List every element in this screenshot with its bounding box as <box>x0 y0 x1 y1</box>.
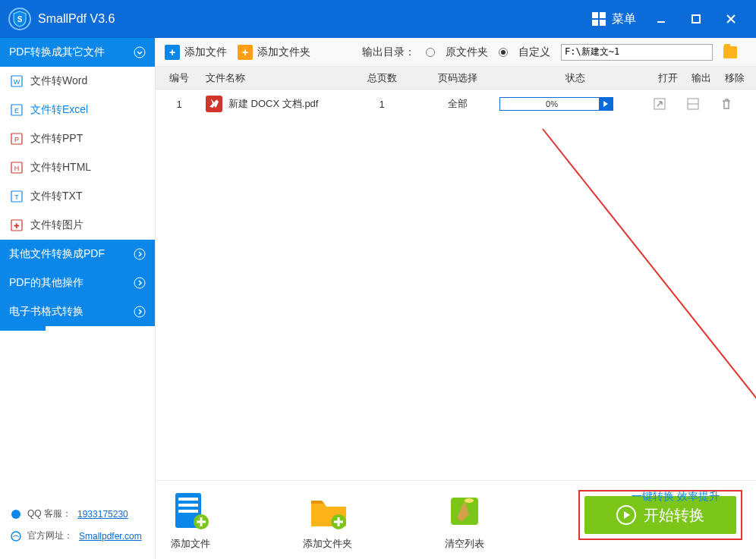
bottom-bar: 添加文件 添加文件夹 清空列表 一键转换 效率提升 <box>156 480 756 559</box>
svg-point-6 <box>134 47 145 58</box>
bottom-add-file-label: 添加文件 <box>171 537 210 551</box>
sidebar-item[interactable]: T 文件转TXT <box>0 182 155 211</box>
sidebar-group-label: PDF的其他操作 <box>9 276 83 290</box>
add-folder-button[interactable]: + 添加文件夹 <box>238 45 310 60</box>
site-label: 官方网址： <box>27 529 73 542</box>
sidebar-item-label: 文件转Word <box>30 74 87 88</box>
svg-text:T: T <box>14 193 19 201</box>
bottom-add-file[interactable]: 添加文件 <box>169 490 212 551</box>
sidebar-item-label: 文件转PPT <box>30 132 83 146</box>
output-dir-label: 输出目录： <box>362 46 415 59</box>
add-folder-label: 添加文件夹 <box>257 46 310 59</box>
sidebar-item-label: 文件转图片 <box>30 218 83 232</box>
plus-icon: + <box>238 45 253 60</box>
col-range: 页码选择 <box>416 71 499 85</box>
add-folder-icon <box>307 490 349 532</box>
row-status: 0% <box>499 97 651 111</box>
grid-icon <box>592 12 606 26</box>
qq-support: QQ 客服： 1933175230 <box>11 503 144 525</box>
svg-text:S: S <box>17 15 23 24</box>
close-button[interactable] <box>713 0 748 38</box>
browse-folder-button[interactable] <box>723 46 737 58</box>
col-pages: 总页数 <box>348 71 416 85</box>
radio-source-label: 原文件夹 <box>446 46 488 59</box>
bottom-add-folder[interactable]: 添加文件夹 <box>303 490 352 551</box>
svg-text:P: P <box>14 136 19 143</box>
progress-text: 0% <box>500 99 599 108</box>
hint-text: 一键转换 效率提升 <box>632 490 720 504</box>
svg-point-22 <box>11 510 20 519</box>
sidebar-item-label: 文件转Excel <box>30 103 88 117</box>
table-header: 编号 文件名称 总页数 页码选择 状态 打开 输出 移除 <box>156 67 756 90</box>
maximize-button[interactable] <box>679 0 713 38</box>
svg-rect-30 <box>178 504 198 507</box>
radio-custom-label: 自定义 <box>518 46 550 59</box>
file-type-icon: E <box>11 104 23 116</box>
add-file-label: 添加文件 <box>184 46 227 59</box>
sidebar-item[interactable]: ✚ 文件转图片 <box>0 211 155 240</box>
titlebar: S SmallPdf V3.6 菜单 <box>0 0 756 38</box>
svg-point-19 <box>134 249 145 259</box>
radio-source-folder[interactable] <box>426 48 435 57</box>
row-range[interactable]: 全部 <box>416 97 499 111</box>
file-type-icon: ✚ <box>11 219 23 231</box>
svg-rect-29 <box>178 498 198 501</box>
chevron-right-icon <box>134 277 146 289</box>
qq-link[interactable]: 1933175230 <box>77 509 128 520</box>
start-label: 开始转换 <box>644 505 704 526</box>
output-path-input[interactable] <box>561 44 713 61</box>
file-type-icon: W <box>11 75 23 87</box>
main-area: + 添加文件 + 添加文件夹 输出目录： 原文件夹 自定义 编号 文件名称 <box>156 38 756 559</box>
bottom-clear-list-label: 清空列表 <box>445 537 484 551</box>
sidebar-item[interactable]: P 文件转PPT <box>0 124 155 153</box>
sidebar: PDF转换成其它文件 W 文件转Word E 文件转Excel P 文件转PPT… <box>0 38 156 559</box>
open-button[interactable] <box>651 96 668 112</box>
sidebar-group-pdf-to-other[interactable]: PDF转换成其它文件 <box>0 38 155 67</box>
clear-list-icon <box>443 490 486 532</box>
file-type-icon: P <box>11 133 23 145</box>
col-open: 打开 <box>651 71 685 85</box>
pdf-icon <box>206 96 222 112</box>
sidebar-group-other-to-pdf[interactable]: 其他文件转换成PDF <box>0 240 155 269</box>
col-index: 编号 <box>160 71 198 85</box>
minimize-button[interactable] <box>644 0 679 38</box>
remove-button[interactable] <box>718 96 735 112</box>
svg-text:H: H <box>14 165 20 172</box>
menu-label: 菜单 <box>612 11 636 27</box>
add-file-button[interactable]: + 添加文件 <box>165 45 227 60</box>
sidebar-item[interactable]: E 文件转Excel <box>0 96 155 124</box>
menu-button[interactable]: 菜单 <box>584 7 644 32</box>
qq-icon <box>11 509 21 520</box>
sidebar-group-label: PDF转换成其它文件 <box>9 46 105 59</box>
plus-icon: + <box>165 45 180 60</box>
svg-point-23 <box>11 532 20 541</box>
col-export: 输出 <box>685 71 718 85</box>
sidebar-item-label: 文件转TXT <box>30 190 82 203</box>
svg-rect-3 <box>692 15 700 23</box>
radio-custom-folder[interactable] <box>499 48 508 57</box>
site-link[interactable]: Smallpdfer.com <box>79 531 142 542</box>
table-row[interactable]: 1 新建 DOCX 文档.pdf 1 全部 0% <box>156 90 756 118</box>
svg-point-20 <box>134 278 145 288</box>
svg-text:✚: ✚ <box>14 222 20 230</box>
col-remove: 移除 <box>718 71 751 85</box>
play-icon <box>599 97 613 111</box>
bottom-clear-list[interactable]: 清空列表 <box>443 490 486 551</box>
file-type-icon: H <box>11 162 23 174</box>
app-title: SmallPdf V3.6 <box>38 12 115 26</box>
progress-bar[interactable]: 0% <box>499 97 613 111</box>
sidebar-item-label: 文件转HTML <box>30 161 91 174</box>
col-name: 文件名称 <box>198 71 348 85</box>
row-index: 1 <box>160 99 198 110</box>
sidebar-group-pdf-other-ops[interactable]: PDF的其他操作 <box>0 269 155 297</box>
chevron-right-icon <box>134 248 146 260</box>
col-status: 状态 <box>499 71 651 85</box>
chevron-down-icon <box>134 46 146 58</box>
sidebar-item[interactable]: H 文件转HTML <box>0 153 155 182</box>
qq-label: QQ 客服： <box>27 507 71 520</box>
sidebar-group-ebook[interactable]: 电子书格式转换 <box>0 297 155 326</box>
add-file-icon <box>169 490 212 532</box>
export-button[interactable] <box>685 96 701 112</box>
svg-point-35 <box>465 498 474 503</box>
sidebar-item[interactable]: W 文件转Word <box>0 67 155 96</box>
